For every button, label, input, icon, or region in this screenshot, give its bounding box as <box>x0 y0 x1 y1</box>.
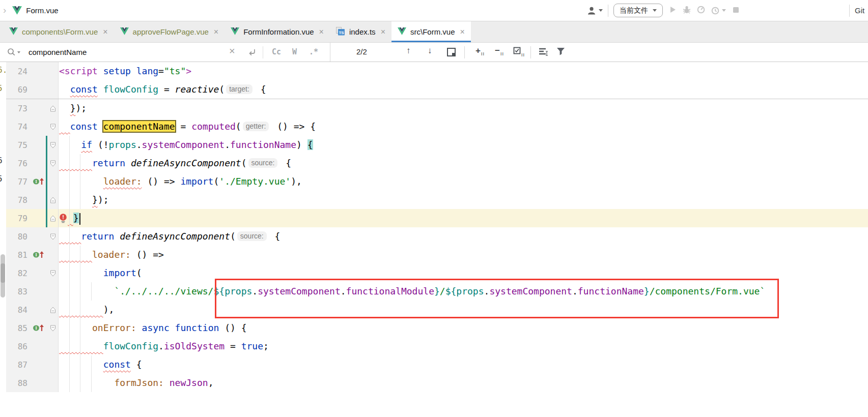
line-number[interactable]: 83 <box>6 287 30 296</box>
line-number[interactable]: 76 <box>6 159 30 168</box>
code-text[interactable]: const { <box>58 355 868 374</box>
override-marker-icon[interactable]: I <box>30 177 46 186</box>
line-number[interactable]: 73 <box>6 104 30 113</box>
override-marker-icon[interactable]: I <box>30 324 46 332</box>
code-line-74[interactable]: 74 const componentName = computed(getter… <box>6 117 868 136</box>
rerun-icon[interactable] <box>711 6 726 15</box>
profiler-icon[interactable] <box>696 5 706 16</box>
tab-src-Form.vue[interactable]: src\Form.vue× <box>391 21 471 42</box>
stop-icon[interactable] <box>731 5 740 16</box>
fold-marker-icon[interactable] <box>47 264 58 282</box>
run-configuration-button[interactable]: 当前文件 <box>613 4 663 17</box>
select-occurrences-icon[interactable]: II <box>513 47 524 56</box>
code-line-81[interactable]: 81I loader: () => <box>6 246 868 264</box>
code-line-85[interactable]: 85I onError: async function () { <box>6 319 868 337</box>
code-line-88[interactable]: 88 formJson: newJson, <box>6 374 868 392</box>
code-text[interactable]: }); <box>58 191 868 209</box>
code-text[interactable]: formJson: newJson, <box>58 374 868 392</box>
line-number[interactable]: 82 <box>6 269 30 278</box>
fold-marker-icon[interactable] <box>47 136 58 154</box>
code-line-24[interactable]: 24<script setup lang="ts"> <box>6 62 868 80</box>
remove-occurrence-icon[interactable]: −II <box>495 46 503 56</box>
search-icon[interactable] <box>7 48 20 56</box>
line-number[interactable]: 80 <box>6 232 30 242</box>
code-line-87[interactable]: 87 const { <box>6 355 868 374</box>
git-menu[interactable]: Git <box>855 6 864 15</box>
line-number[interactable]: 24 <box>6 67 30 76</box>
line-number[interactable]: 85 <box>6 323 30 333</box>
code-line-69[interactable]: 69 const flowConfig = reactive(target: { <box>6 80 868 99</box>
code-text[interactable]: }); <box>58 99 868 117</box>
fold-marker-icon[interactable] <box>47 301 58 319</box>
code-line-86[interactable]: 86 flowConfig.isOldSystem = true; <box>6 337 868 355</box>
fold-marker-icon[interactable] <box>47 319 58 337</box>
code-line-73[interactable]: 73 }); <box>6 99 868 117</box>
tab-close-icon[interactable]: × <box>103 27 107 37</box>
code-text[interactable]: const flowConfig = reactive(target: { <box>58 80 868 99</box>
code-line-76[interactable]: 76 return defineAsyncComponent(source: { <box>6 154 868 172</box>
filter-icon[interactable] <box>556 47 566 58</box>
line-number[interactable]: 88 <box>6 378 30 388</box>
error-intention-icon[interactable]: ! <box>59 213 68 223</box>
regex-toggle[interactable]: .* <box>309 47 318 56</box>
code-text[interactable]: ! } <box>58 209 868 227</box>
line-number[interactable]: 86 <box>6 342 30 351</box>
tab-close-icon[interactable]: × <box>319 27 324 37</box>
tab-components-Form.vue[interactable]: components\Form.vue× <box>3 21 114 42</box>
match-case-toggle[interactable]: Cc <box>272 47 281 56</box>
add-occurrence-icon[interactable]: +II <box>475 46 484 56</box>
line-number[interactable]: 77 <box>6 177 30 187</box>
code-line-77[interactable]: 77I loader: () => import('./Empty.vue'), <box>6 172 868 191</box>
code-text[interactable]: const componentName = computed(getter: (… <box>58 117 868 136</box>
tab-FormInformation.vue[interactable]: FormInformation.vue× <box>225 21 330 42</box>
next-match-icon[interactable]: ↓ <box>428 46 432 56</box>
line-number[interactable]: 69 <box>6 85 30 95</box>
code-line-79[interactable]: 79! } <box>6 209 868 227</box>
code-line-80[interactable]: 80 return defineAsyncComponent(source: { <box>6 227 868 246</box>
fold-marker-icon[interactable] <box>47 209 58 227</box>
code-text[interactable]: flowConfig.isOldSystem = true; <box>58 337 868 355</box>
debug-icon[interactable] <box>682 5 691 16</box>
code-text[interactable]: <script setup lang="ts"> <box>58 62 868 80</box>
users-icon[interactable] <box>586 6 603 15</box>
clear-icon[interactable]: × <box>229 45 235 57</box>
tab-close-icon[interactable]: × <box>214 27 218 37</box>
fold-marker-icon[interactable] <box>47 154 58 172</box>
vue-file-icon <box>9 27 18 37</box>
run-icon[interactable] <box>668 5 677 16</box>
code-line-78[interactable]: 78 }); <box>6 191 868 209</box>
code-token: . <box>136 139 142 150</box>
line-number[interactable]: 78 <box>6 195 30 205</box>
code-text[interactable]: loader: () => <box>58 246 868 264</box>
tab-close-icon[interactable]: × <box>381 27 385 37</box>
select-all-matches-icon[interactable] <box>447 48 456 58</box>
fold-marker-icon[interactable] <box>47 99 58 117</box>
fold-marker-icon[interactable] <box>47 227 58 246</box>
code-line-75[interactable]: 75 if (!props.systemComponent.functionNa… <box>6 136 868 154</box>
fold-marker-icon[interactable] <box>47 191 58 209</box>
breadcrumb[interactable]: Form.vue <box>26 6 58 15</box>
line-number[interactable]: 75 <box>6 140 30 150</box>
code-text[interactable]: loader: () => import('./Empty.vue'), <box>58 172 868 191</box>
line-number[interactable]: 87 <box>6 360 30 370</box>
line-number[interactable]: 79 <box>6 214 30 223</box>
code-text[interactable]: return defineAsyncComponent(source: { <box>58 227 868 246</box>
code-editor[interactable]: 6.565 24<script setup lang="ts">69 const… <box>0 62 868 417</box>
tab-index.ts[interactable]: TSindex.ts× <box>330 21 391 42</box>
search-in-selection-icon[interactable] <box>539 47 549 58</box>
code-token: . <box>225 139 230 150</box>
line-number[interactable]: 74 <box>6 122 30 132</box>
prev-match-icon[interactable]: ↑ <box>406 46 411 56</box>
whole-words-toggle[interactable]: W <box>292 47 297 56</box>
line-number[interactable]: 84 <box>6 305 30 315</box>
code-text[interactable]: return defineAsyncComponent(source: { <box>58 154 868 172</box>
fold-marker-icon[interactable] <box>47 117 58 136</box>
line-number[interactable]: 81 <box>6 250 30 260</box>
tab-close-icon[interactable]: × <box>460 27 464 37</box>
newline-icon[interactable] <box>247 47 257 58</box>
tab-approveFlowPage.vue[interactable]: approveFlowPage.vue× <box>114 21 225 42</box>
code-text[interactable]: onError: async function () { <box>58 319 868 337</box>
code-text[interactable]: if (!props.systemComponent.functionName)… <box>58 136 868 154</box>
override-marker-icon[interactable]: I <box>30 251 46 259</box>
search-input[interactable] <box>27 47 198 57</box>
